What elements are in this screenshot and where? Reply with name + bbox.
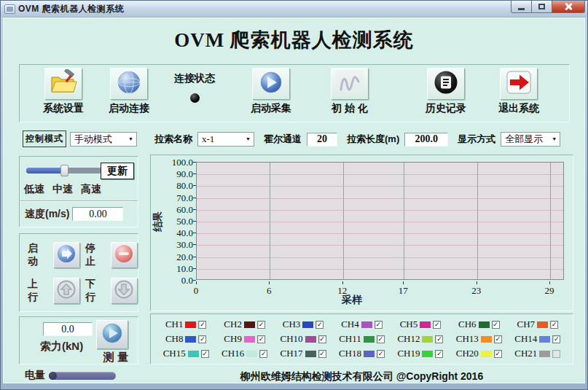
channel-label: CH10 (281, 333, 303, 345)
display-mode-select[interactable]: 全部显示 (501, 132, 560, 147)
channel-item: CH15✓ (157, 348, 215, 359)
channel-checkbox[interactable]: ✓ (375, 321, 383, 329)
slider-fill (26, 168, 66, 173)
app-window: OVM 爬索机器人检测系统 OVM 爬索机器人检测系统 系统设置启动连接连接状态… (0, 0, 588, 390)
channel-label: CH3 (283, 319, 301, 330)
toolbar-item-label: 启动采集 (238, 102, 304, 115)
channel-label: CH9 (224, 333, 242, 345)
channel-item: CH1✓ (157, 319, 215, 330)
channel-checkbox[interactable]: ✓ (494, 335, 502, 343)
status-led (190, 93, 200, 103)
channel-checkbox[interactable]: ✓ (377, 350, 385, 358)
title-bar: OVM 爬索机器人检测系统 (1, 1, 587, 17)
channel-checkbox[interactable]: ✓ (550, 321, 558, 329)
channel-checkbox[interactable]: ✓ (198, 335, 206, 343)
speed-panel: 更新 低速 中速 高速 速度(m/s) 0.00 (19, 156, 138, 227)
minimize-button[interactable] (511, 1, 532, 13)
y-axis-tick-label: 50.0 (157, 216, 193, 227)
y-axis-tick-mark (193, 233, 196, 233)
close-button[interactable] (552, 1, 585, 13)
acquire-play-button[interactable] (252, 68, 290, 100)
close-icon (565, 3, 572, 10)
channel-item: CH3✓ (274, 319, 332, 330)
channel-item: CH7✓ (509, 319, 567, 330)
settings-folder-icon (49, 69, 78, 98)
channel-checkbox[interactable]: ✓ (318, 335, 326, 343)
down-button[interactable] (111, 278, 138, 304)
channel-item: CH13✓ (450, 333, 508, 345)
channel-checkbox[interactable]: ✓ (433, 321, 441, 329)
channel-color-swatch (481, 336, 492, 343)
channel-checkbox[interactable]: ✓ (315, 321, 324, 329)
history-doc-button[interactable] (427, 68, 465, 100)
channel-color-swatch (305, 336, 316, 343)
channel-checkbox[interactable]: ✓ (492, 321, 500, 329)
measure-label: 测 量 (103, 351, 128, 364)
channel-checkbox[interactable]: ✓ (201, 350, 209, 358)
toolbar-item-label: 初 始 化 (317, 102, 383, 115)
channel-label: CH4 (341, 319, 359, 330)
measure-button[interactable] (96, 320, 128, 349)
channel-color-swatch (537, 321, 548, 328)
channel-color-swatch (422, 336, 433, 343)
channel-checkbox[interactable]: ✓ (198, 321, 206, 329)
channel-item: CH21 (509, 348, 567, 359)
toolbar-item: 连接状态 (162, 68, 227, 103)
h-gridline (197, 269, 563, 270)
speed-marks: 低速 中速 高速 (24, 183, 133, 196)
init-wave-button[interactable] (331, 68, 369, 100)
hall-channel-field[interactable]: 20 (307, 133, 337, 147)
maximize-button[interactable] (532, 1, 552, 13)
toolbar-item: 历史记录 (413, 68, 479, 115)
init-wave-icon (335, 69, 364, 98)
channel-color-swatch (479, 321, 490, 328)
channel-checkbox[interactable] (552, 350, 560, 358)
acquire-play-icon (256, 69, 286, 98)
up-button[interactable] (53, 278, 80, 304)
speed-slider[interactable] (26, 165, 102, 176)
speed-mark-high: 高速 (81, 183, 101, 196)
channel-checkbox[interactable]: ✓ (318, 350, 326, 358)
x-axis-tick-label: 23 (471, 285, 481, 297)
x-axis-tick-label: 6 (267, 285, 272, 297)
channel-checkbox[interactable]: ✓ (257, 321, 265, 329)
exit-arrow-button[interactable] (500, 68, 538, 100)
channel-color-swatch (244, 336, 255, 343)
toolbar: 系统设置启动连接连接状态启动采集初 始 化历史记录退出系统 (19, 64, 570, 122)
force-value-field[interactable]: 0.0 (43, 322, 93, 336)
channel-color-swatch (539, 351, 550, 357)
channel-label: CH8 (165, 333, 184, 345)
channel-checkbox[interactable]: ✓ (435, 350, 443, 358)
h-gridline (197, 198, 563, 199)
control-mode-value: 手动模式 (71, 133, 125, 146)
settings-folder-button[interactable] (44, 68, 82, 100)
chevron-down-icon[interactable] (549, 136, 560, 142)
channel-checkbox[interactable]: ✓ (377, 335, 385, 343)
cable-name-select[interactable]: x-1 (197, 132, 254, 147)
update-button[interactable]: 更新 (101, 163, 134, 179)
channel-checkbox[interactable]: ✓ (494, 350, 502, 358)
speed-value-field[interactable]: 0.00 (72, 207, 123, 221)
channel-checkbox[interactable]: ✓ (435, 335, 443, 343)
start-label: 启动 (28, 242, 48, 268)
stop-button[interactable] (111, 242, 138, 268)
chevron-down-icon[interactable] (125, 136, 136, 142)
channel-checkbox[interactable]: ✓ (257, 335, 265, 343)
start-button[interactable] (53, 242, 80, 268)
copyright-text: 柳州欧维姆结构检测技术有限公司 @CopyRight 2016 (150, 370, 573, 383)
chevron-down-icon[interactable] (243, 136, 254, 142)
channel-label: CH14 (514, 333, 537, 345)
x-axis-tick-mark (403, 281, 404, 284)
battery-level-bar (49, 372, 116, 380)
motion-panel: 启动 停止 上行 下行 (19, 233, 138, 312)
connect-globe-button[interactable] (110, 68, 148, 100)
control-mode-select[interactable]: 手动模式 (70, 132, 137, 147)
maximize-icon (538, 4, 545, 9)
toolbar-item-label: 退出系统 (486, 102, 552, 115)
cable-length-field[interactable]: 200.0 (404, 133, 448, 147)
channel-item: CH6✓ (450, 319, 508, 330)
channel-checkbox[interactable]: ✓ (259, 350, 267, 358)
slider-thumb[interactable] (60, 165, 68, 176)
channel-checkbox[interactable]: ✓ (552, 335, 560, 343)
display-mode-label: 显示方式 (458, 133, 495, 146)
